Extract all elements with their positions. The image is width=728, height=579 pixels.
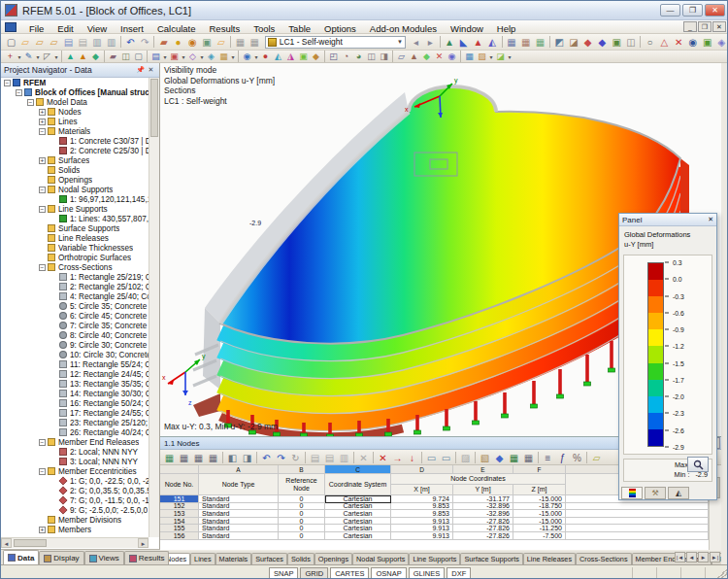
toggle-cartes[interactable]: CARTES bbox=[330, 567, 369, 579]
toggle-snap[interactable]: SNAP bbox=[269, 567, 298, 579]
menu-results[interactable]: Results bbox=[202, 23, 247, 34]
tb2-icon-22[interactable]: ▦ bbox=[217, 51, 230, 62]
navigator-vscrollbar[interactable] bbox=[149, 78, 159, 537]
scroll-right-icon[interactable]: ► bbox=[138, 538, 149, 548]
y-cell[interactable]: -31.177 bbox=[453, 495, 513, 503]
y-cell[interactable]: -32.896 bbox=[453, 503, 513, 511]
menu-insert[interactable]: Insert bbox=[114, 23, 150, 34]
z-cell[interactable]: -15.000 bbox=[513, 510, 566, 518]
tree-item[interactable]: −Line Supports bbox=[1, 204, 149, 214]
coordinate-system-cell[interactable]: Cartesian bbox=[325, 495, 391, 503]
tree-item[interactable]: 1: Concrete C30/37 | DIN 1045 bbox=[1, 136, 149, 146]
panel-tab-filter[interactable]: ◭ bbox=[668, 487, 689, 499]
node-type-cell[interactable]: Standard bbox=[199, 532, 279, 540]
collapse-icon[interactable]: − bbox=[39, 128, 46, 135]
tb1-icon-13[interactable]: ● bbox=[171, 35, 185, 49]
tb1-icon-9[interactable]: ↶ bbox=[123, 35, 138, 49]
tb1-icon-40[interactable]: ○ bbox=[643, 35, 657, 49]
nav-tab-views[interactable]: Views bbox=[84, 551, 124, 564]
comment-cell[interactable] bbox=[566, 510, 709, 518]
expand-icon[interactable]: + bbox=[39, 527, 46, 533]
tree-item[interactable]: Surface Supports bbox=[1, 223, 149, 233]
z-cell[interactable]: -18.750 bbox=[513, 503, 566, 511]
table-tab-surface-supports[interactable]: Surface Supports bbox=[460, 553, 522, 564]
tb2-icon-42[interactable]: ✕ bbox=[433, 51, 446, 62]
tree-item[interactable]: 7: Circle 35; Concrete C30/37 bbox=[1, 321, 149, 330]
z-cell[interactable]: -15.000 bbox=[513, 495, 566, 503]
tb2-icon-29[interactable]: ◮ bbox=[284, 51, 297, 62]
tb1-icon-3[interactable]: ▱ bbox=[47, 35, 61, 49]
menu-view[interactable]: View bbox=[81, 23, 114, 34]
tree-item[interactable]: Variable Thicknesses bbox=[1, 243, 149, 253]
row-number[interactable]: 153 bbox=[160, 510, 199, 518]
table-tb-icon-29[interactable]: ▦ bbox=[507, 451, 521, 464]
collapse-icon[interactable]: − bbox=[39, 264, 46, 271]
tb1-icon-7[interactable]: ▥ bbox=[104, 35, 118, 49]
table-tb-icon-19[interactable]: → bbox=[390, 451, 405, 464]
tree-item[interactable]: 2: Concrete C25/30 | DIN 1045 bbox=[1, 146, 149, 155]
reference-node-cell[interactable]: 0 bbox=[279, 525, 325, 532]
table-tb-icon-22[interactable]: ▭ bbox=[424, 451, 439, 464]
tree-item[interactable]: +Members bbox=[1, 525, 149, 534]
tb1-icon-1[interactable]: ▱ bbox=[18, 35, 33, 49]
tb1-icon-44[interactable]: ▣ bbox=[700, 35, 714, 49]
tb2-icon-8[interactable]: ▲ bbox=[77, 51, 89, 62]
table-tab-lines[interactable]: Lines bbox=[190, 553, 215, 564]
tb1-icon-26[interactable]: ▲ bbox=[471, 35, 485, 49]
tree-item[interactable]: 9: G; -2.5,0,0; -2.5,0,0 bbox=[1, 505, 149, 515]
minimize-button[interactable]: — bbox=[660, 4, 680, 17]
tb1-icon-15[interactable]: ▣ bbox=[200, 35, 215, 49]
tb1-icon-16[interactable]: ▱ bbox=[214, 35, 228, 49]
table-tb-icon-6[interactable]: ◨ bbox=[240, 451, 254, 464]
table-tb-icon-13[interactable]: ▤ bbox=[322, 451, 337, 464]
expand-icon[interactable]: + bbox=[39, 157, 46, 164]
tb2-icon-46[interactable]: ▨ bbox=[476, 51, 488, 62]
coordinate-system-cell[interactable]: Cartesian bbox=[325, 518, 391, 526]
reference-node-cell[interactable]: 0 bbox=[279, 503, 325, 511]
tree-item[interactable]: Solids bbox=[1, 165, 149, 175]
table-tb-icon-14[interactable]: ▥ bbox=[337, 451, 351, 464]
table-tb-icon-33[interactable]: ƒ bbox=[555, 451, 570, 464]
tree-item[interactable]: −Member End Releases bbox=[1, 437, 149, 447]
table-tab-solids[interactable]: Solids bbox=[287, 553, 314, 564]
x-cell[interactable]: 9.913 bbox=[391, 518, 453, 526]
panel-tab-colorscale[interactable] bbox=[621, 487, 643, 499]
tb2-icon-45[interactable]: ▦ bbox=[463, 51, 476, 62]
navigator-hscrollbar[interactable]: ◄ ► bbox=[1, 537, 149, 548]
x-cell[interactable]: 9.853 bbox=[391, 503, 453, 511]
tb1-icon-38[interactable]: ◫ bbox=[624, 35, 639, 49]
tb2-icon-12[interactable]: ◫ bbox=[119, 51, 132, 62]
tree-item[interactable]: −Materials bbox=[1, 126, 149, 136]
scroll-left-icon[interactable]: ◄ bbox=[1, 538, 12, 548]
tb1-icon-22[interactable]: ▸ bbox=[423, 35, 438, 49]
tb1-icon-30[interactable]: ▦ bbox=[518, 35, 533, 49]
tb1-icon-4[interactable]: ▤ bbox=[61, 35, 76, 49]
tb2-icon-34[interactable]: ◔ bbox=[340, 51, 352, 62]
table-tb-icon-9[interactable]: ↷ bbox=[274, 451, 288, 464]
reference-node-cell[interactable]: 0 bbox=[279, 510, 325, 518]
reference-node-cell[interactable]: 0 bbox=[279, 518, 325, 526]
tb2-icon-13[interactable]: ▢ bbox=[132, 51, 145, 62]
tb2-icon-41[interactable]: ◆ bbox=[420, 51, 433, 62]
node-type-cell[interactable]: Standard bbox=[199, 510, 279, 518]
coordinate-system-cell[interactable]: Cartesian bbox=[325, 525, 391, 532]
tb1-icon-12[interactable]: ▰ bbox=[156, 35, 171, 49]
x-cell[interactable]: 9.913 bbox=[391, 532, 453, 540]
tab-first-icon[interactable]: |◄ bbox=[675, 552, 685, 562]
y-cell[interactable]: -27.826 bbox=[453, 525, 513, 532]
table-tb-icon-20[interactable]: ↓ bbox=[405, 451, 419, 464]
y-cell[interactable]: -27.826 bbox=[453, 518, 513, 526]
tree-item[interactable]: +Nodes bbox=[1, 107, 149, 117]
row-number[interactable]: 156 bbox=[160, 532, 199, 540]
tb1-icon-10[interactable]: ↷ bbox=[138, 35, 152, 49]
dropdown-arrow-icon[interactable]: ▾ bbox=[53, 53, 59, 60]
tree-item[interactable]: 2: Local; NNN NYY bbox=[1, 447, 149, 457]
menu-calculate[interactable]: Calculate bbox=[150, 23, 203, 34]
tb1-icon-25[interactable]: ◣ bbox=[456, 35, 471, 49]
table-tb-icon-25[interactable]: ▨ bbox=[458, 451, 473, 464]
expand-icon[interactable]: + bbox=[39, 119, 46, 125]
tb2-icon-15[interactable]: ▤ bbox=[149, 51, 162, 62]
table-tb-icon-5[interactable]: ◧ bbox=[225, 451, 240, 464]
comment-cell[interactable] bbox=[566, 518, 709, 526]
tree-item[interactable]: 11: Rectangle 55/24; Concrete bbox=[1, 359, 149, 369]
